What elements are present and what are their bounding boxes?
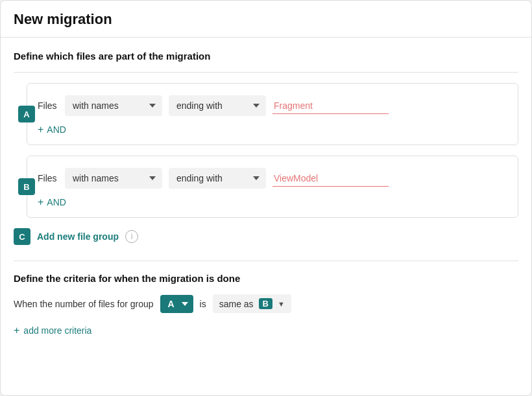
group-b-plus-icon: + bbox=[38, 196, 43, 208]
same-as-container: same as B ▼ bbox=[213, 294, 291, 313]
group-a-and-label: AND bbox=[47, 124, 66, 135]
group-b-files-label: Files bbox=[38, 173, 58, 183]
group-a-container: A Files with names without names ending … bbox=[27, 83, 518, 145]
when-label: When the number of files for group bbox=[14, 299, 154, 309]
same-as-text: same as bbox=[219, 299, 254, 309]
main-card: New migration Define which files are par… bbox=[0, 0, 532, 396]
group-a-names-dropdown[interactable]: with names without names bbox=[65, 95, 162, 116]
card-header: New migration bbox=[1, 1, 531, 38]
group-b-and-button[interactable]: + AND bbox=[38, 196, 66, 208]
group-b-container: B Files with names without names ending … bbox=[27, 156, 518, 218]
group-a-badge: A bbox=[18, 106, 35, 122]
same-as-group-badge: B bbox=[259, 298, 272, 309]
files-section-title: Define which files are part of the migra… bbox=[14, 51, 518, 62]
group-b-wrapper: B Files with names without names ending … bbox=[14, 156, 518, 218]
group-selector-dropdown[interactable]: A B bbox=[160, 295, 193, 313]
info-icon[interactable]: i bbox=[125, 230, 138, 243]
group-a-wrapper: A Files with names without names ending … bbox=[14, 83, 518, 145]
add-criteria-button[interactable]: + add more criteria bbox=[14, 325, 91, 336]
group-b-text-input[interactable] bbox=[272, 170, 389, 187]
group-b-file-row: Files with names without names ending wi… bbox=[38, 168, 507, 189]
criteria-row: When the number of files for group A B i… bbox=[14, 294, 518, 313]
add-criteria-plus-icon: + bbox=[14, 325, 19, 336]
group-a-files-label: Files bbox=[38, 100, 58, 111]
group-b-badge: B bbox=[18, 178, 35, 195]
chevron-down-icon: ▼ bbox=[278, 300, 285, 308]
group-a-text-input[interactable] bbox=[272, 98, 389, 114]
add-group-button[interactable]: Add new file group bbox=[37, 231, 119, 242]
group-a-ending-dropdown[interactable]: ending with starting with containing bbox=[169, 95, 266, 116]
criteria-section: Define the criteria for when the migrati… bbox=[14, 261, 518, 336]
page-title: New migration bbox=[14, 11, 518, 28]
add-group-row: C Add new file group i bbox=[14, 228, 518, 245]
group-b-names-dropdown[interactable]: with names without names bbox=[65, 168, 162, 189]
group-c-badge: C bbox=[14, 228, 30, 245]
add-criteria-label: add more criteria bbox=[23, 325, 91, 336]
is-label: is bbox=[200, 299, 206, 309]
group-a-and-button[interactable]: + AND bbox=[38, 124, 66, 135]
group-a-plus-icon: + bbox=[38, 124, 43, 135]
divider-1 bbox=[14, 72, 518, 73]
card-body: Define which files are part of the migra… bbox=[1, 38, 531, 349]
group-a-file-row: Files with names without names ending wi… bbox=[38, 95, 507, 116]
group-b-and-label: AND bbox=[47, 197, 66, 207]
add-group-label: Add new file group bbox=[37, 231, 119, 242]
group-b-ending-dropdown[interactable]: ending with starting with containing bbox=[169, 168, 266, 189]
criteria-section-title: Define the criteria for when the migrati… bbox=[14, 273, 518, 284]
